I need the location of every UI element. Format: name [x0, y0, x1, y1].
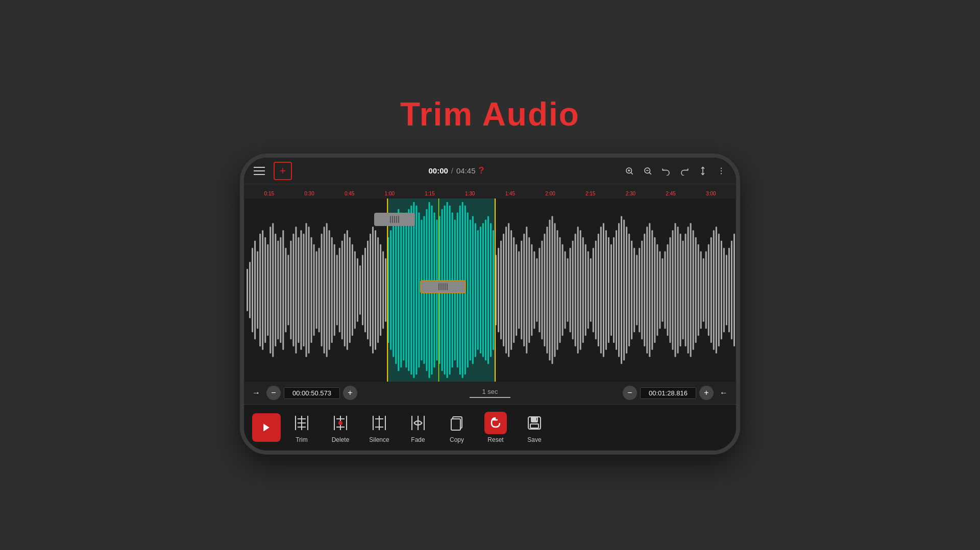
grip-line5 — [398, 216, 399, 223]
svg-rect-45 — [326, 223, 328, 357]
svg-rect-67 — [382, 252, 384, 329]
svg-rect-148 — [698, 244, 699, 336]
grip-line9 — [445, 283, 446, 290]
svg-rect-195 — [467, 213, 469, 368]
svg-rect-57 — [357, 258, 358, 321]
save-button[interactable]: Save — [517, 409, 552, 446]
svg-rect-33 — [295, 227, 297, 354]
svg-rect-41 — [316, 252, 317, 329]
svg-rect-134 — [662, 258, 663, 321]
svg-rect-114 — [610, 244, 612, 336]
svg-rect-50 — [339, 248, 340, 333]
svg-rect-104 — [585, 244, 586, 336]
svg-rect-135 — [664, 252, 666, 329]
hamburger-line3 — [254, 174, 265, 175]
end-arrow-button[interactable]: ← — [717, 386, 731, 400]
svg-rect-115 — [613, 237, 615, 343]
waveform-container[interactable]: 0:15 0:30 0:45 1:00 1:15 1:30 1:45 2:00 … — [244, 184, 736, 382]
svg-rect-171 — [405, 213, 407, 368]
svg-rect-142 — [682, 241, 684, 339]
mark-3: 1:00 — [370, 191, 410, 196]
svg-rect-91 — [552, 216, 553, 364]
svg-rect-234 — [530, 424, 538, 428]
start-plus-button[interactable]: + — [343, 386, 357, 400]
svg-rect-103 — [582, 237, 584, 343]
svg-rect-129 — [649, 223, 650, 357]
svg-rect-235 — [536, 417, 537, 421]
save-icon — [523, 412, 546, 434]
mark-4: 1:15 — [410, 191, 450, 196]
svg-rect-71 — [500, 241, 502, 339]
svg-rect-66 — [380, 244, 381, 336]
svg-rect-140 — [677, 227, 679, 354]
svg-rect-196 — [470, 219, 471, 360]
redo-button[interactable] — [676, 162, 693, 180]
bottom-controls: → − 00:00:50.573 + 1 sec − 00:01:28.816 … — [244, 382, 736, 404]
mark-6: 1:45 — [490, 191, 530, 196]
svg-rect-116 — [616, 230, 617, 350]
start-minus-button[interactable]: − — [266, 386, 281, 400]
svg-rect-78 — [518, 252, 520, 329]
svg-rect-166 — [393, 223, 394, 357]
svg-rect-56 — [354, 252, 356, 329]
svg-line-3 — [631, 172, 632, 174]
svg-rect-23 — [270, 227, 271, 354]
end-minus-button[interactable]: − — [623, 386, 637, 400]
svg-rect-109 — [598, 234, 599, 346]
start-time-display[interactable]: 00:00:50.573 — [284, 387, 340, 399]
svg-rect-38 — [308, 227, 310, 354]
start-arrow-button[interactable]: → — [249, 386, 263, 400]
hamburger-button[interactable] — [250, 162, 268, 180]
svg-rect-199 — [477, 230, 479, 350]
svg-rect-101 — [577, 227, 579, 354]
start-handle[interactable] — [374, 213, 415, 226]
svg-rect-70 — [498, 248, 499, 333]
svg-rect-40 — [313, 244, 315, 336]
svg-rect-111 — [603, 223, 604, 357]
end-time-display[interactable]: 00:01:28.816 — [640, 387, 696, 399]
zoom-in-button[interactable] — [621, 162, 638, 180]
svg-rect-98 — [570, 248, 571, 333]
grip-line10 — [447, 283, 448, 290]
svg-rect-68 — [385, 258, 386, 321]
mark-9: 2:30 — [610, 191, 651, 196]
svg-rect-31 — [290, 241, 291, 339]
svg-rect-157 — [721, 241, 722, 339]
svg-rect-136 — [667, 244, 668, 336]
help-icon[interactable]: ? — [479, 165, 484, 176]
fade-button[interactable]: Fade — [400, 409, 436, 446]
add-button[interactable]: + — [274, 162, 292, 180]
copy-button[interactable]: Copy — [439, 409, 475, 446]
play-button[interactable] — [252, 413, 281, 442]
page-title: Trim Audio — [400, 95, 580, 133]
svg-rect-113 — [608, 237, 609, 343]
delete-button[interactable]: Delete — [323, 409, 358, 446]
silence-button[interactable]: Silence — [361, 409, 397, 446]
more-button[interactable] — [713, 162, 730, 180]
svg-rect-173 — [410, 206, 412, 374]
svg-rect-27 — [280, 237, 281, 343]
waveform-area[interactable] — [244, 198, 736, 382]
svg-rect-154 — [713, 230, 715, 350]
svg-rect-35 — [300, 230, 302, 350]
phone-screen: + 00:00 / 04:45 ? — [244, 158, 736, 451]
svg-rect-62 — [370, 234, 371, 346]
reset-button[interactable]: Reset — [478, 409, 513, 446]
svg-rect-16 — [252, 248, 253, 333]
end-plus-button[interactable]: + — [699, 386, 714, 400]
svg-rect-139 — [675, 223, 676, 357]
waveform-svg — [244, 198, 736, 382]
end-handle[interactable] — [420, 280, 466, 293]
reset-icon — [484, 412, 507, 434]
trim-label: Trim — [296, 436, 308, 443]
sort-button[interactable] — [694, 162, 712, 180]
svg-rect-130 — [651, 230, 653, 350]
undo-button[interactable] — [657, 162, 675, 180]
trim-button[interactable]: Trim — [284, 409, 320, 446]
svg-rect-96 — [565, 252, 566, 329]
mark-11: 3:00 — [691, 191, 731, 196]
zoom-out-button[interactable] — [639, 162, 656, 180]
svg-rect-147 — [695, 237, 697, 343]
zoom-info: 1 sec — [470, 388, 510, 398]
svg-rect-174 — [413, 202, 414, 378]
